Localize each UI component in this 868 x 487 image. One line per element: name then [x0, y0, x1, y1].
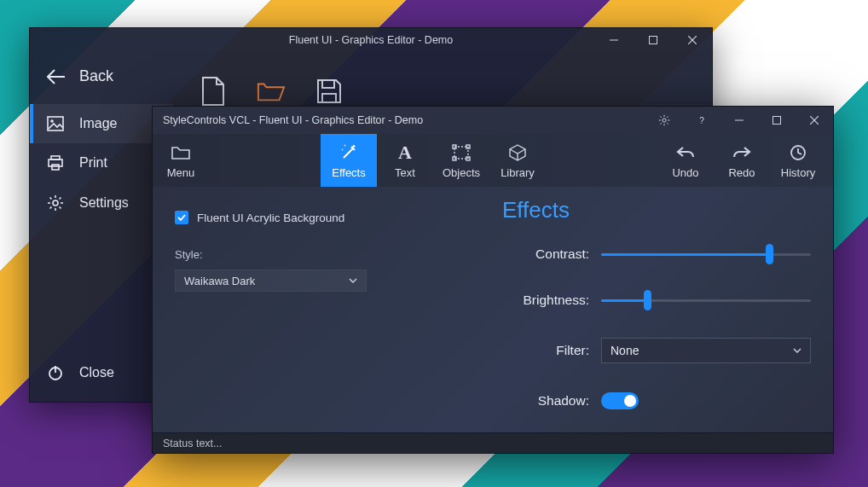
window2-titlebar[interactable]: StyleControls VCL - Fluent UI - Graphics…: [153, 107, 833, 134]
svg-point-9: [53, 200, 58, 206]
back-label: Back: [79, 67, 113, 85]
chevron-down-icon: [793, 348, 801, 353]
sidebar-item-label: Close: [79, 365, 114, 380]
contrast-fill: [601, 253, 769, 256]
window2-title: StyleControls VCL - Fluent UI - Graphics…: [163, 114, 423, 126]
toggle-knob: [624, 395, 636, 407]
objects-icon: [452, 144, 471, 161]
settings-gear-button[interactable]: [645, 107, 683, 134]
ribbon-tab-text[interactable]: A Text: [377, 134, 433, 187]
brightness-thumb[interactable]: [644, 290, 651, 310]
gear-icon: [47, 194, 64, 212]
sidebar-item-label: Print: [79, 155, 107, 171]
contrast-slider[interactable]: [601, 246, 811, 263]
svg-rect-4: [48, 117, 63, 130]
shadow-label: Shadow:: [502, 393, 601, 409]
status-text: Status text...: [163, 438, 222, 449]
maximize-button[interactable]: [758, 107, 796, 134]
minimize-button[interactable]: [720, 107, 758, 134]
help-glyph: ?: [699, 116, 704, 125]
status-bar: Status text...: [153, 432, 833, 453]
acrylic-label: Fluent UI Acrylic Background: [197, 212, 344, 224]
ribbon-label: Effects: [332, 166, 366, 179]
print-icon: [47, 155, 64, 171]
svg-rect-14: [773, 117, 781, 125]
ribbon-tab-objects[interactable]: Objects: [433, 134, 489, 187]
redo-button[interactable]: Redo: [714, 134, 770, 187]
ribbon-label: Redo: [728, 166, 755, 179]
close-button[interactable]: [796, 107, 833, 134]
power-icon: [47, 364, 64, 381]
filter-select[interactable]: None: [601, 338, 811, 363]
sidebar-item-label: Settings: [79, 195, 129, 211]
style-value: Waikawa Dark: [184, 275, 255, 287]
effects-title: Effects: [502, 197, 811, 223]
window1-title: Fluent UI - Graphics Editor - Demo: [289, 34, 453, 46]
svg-rect-7: [49, 159, 62, 166]
text-icon: A: [398, 142, 412, 164]
svg-point-12: [663, 119, 666, 122]
effects-panel: Effects Contrast: Brightness: Filter: [494, 187, 833, 432]
ribbon-label: Text: [395, 166, 415, 179]
cube-icon: [508, 143, 527, 162]
contrast-label: Contrast:: [502, 246, 601, 262]
brightness-slider[interactable]: [601, 292, 811, 309]
ribbon-tab-library[interactable]: Library: [489, 134, 546, 187]
ribbon-label: History: [781, 166, 815, 179]
check-icon: [177, 213, 186, 222]
back-button[interactable]: Back: [30, 57, 173, 104]
chevron-down-icon: [349, 278, 357, 283]
wand-icon: [339, 143, 358, 162]
svg-point-5: [50, 119, 54, 123]
folder-icon: [171, 144, 191, 161]
acrylic-checkbox[interactable]: [175, 211, 188, 224]
contrast-thumb[interactable]: [766, 244, 773, 264]
ribbon-label: Objects: [443, 166, 480, 179]
sidebar-item-label: Image: [79, 116, 117, 131]
redo-icon: [732, 145, 751, 160]
svg-rect-1: [650, 37, 657, 44]
open-file-button[interactable]: [257, 74, 286, 108]
style-combobox[interactable]: Waikawa Dark: [175, 270, 367, 292]
undo-button[interactable]: Undo: [657, 134, 714, 187]
filter-label: Filter:: [502, 343, 601, 358]
left-panel: Fluent UI Acrylic Background Style: Waik…: [153, 187, 494, 432]
window1-titlebar[interactable]: Fluent UI - Graphics Editor - Demo: [30, 28, 712, 52]
ribbon-menu-button[interactable]: Menu: [153, 134, 209, 187]
shadow-toggle[interactable]: [601, 392, 639, 409]
ribbon-label: Library: [501, 166, 535, 179]
history-button[interactable]: History: [770, 134, 826, 187]
window-stylecontrols: StyleControls VCL - Fluent UI - Graphics…: [152, 106, 834, 454]
minimize-button[interactable]: [594, 28, 634, 52]
brightness-fill: [601, 299, 647, 302]
image-icon: [47, 116, 64, 131]
close-button[interactable]: [673, 28, 712, 52]
save-file-button[interactable]: [315, 74, 344, 108]
clock-icon: [790, 144, 807, 161]
svg-rect-8: [52, 165, 59, 170]
filter-value: None: [610, 344, 639, 357]
ribbon-tab-effects[interactable]: Effects: [321, 134, 377, 187]
help-button[interactable]: ?: [683, 107, 720, 134]
ribbon-label: Undo: [672, 166, 698, 179]
new-file-button[interactable]: [199, 74, 228, 108]
ribbon: Menu Effects A Text Objects Library: [153, 134, 833, 187]
maximize-button[interactable]: [634, 28, 673, 52]
ribbon-label: Menu: [167, 166, 195, 179]
brightness-label: Brightness:: [502, 293, 601, 308]
gear-icon: [658, 114, 670, 126]
style-label: Style:: [175, 248, 472, 261]
arrow-left-icon: [47, 69, 66, 84]
undo-icon: [676, 145, 695, 160]
